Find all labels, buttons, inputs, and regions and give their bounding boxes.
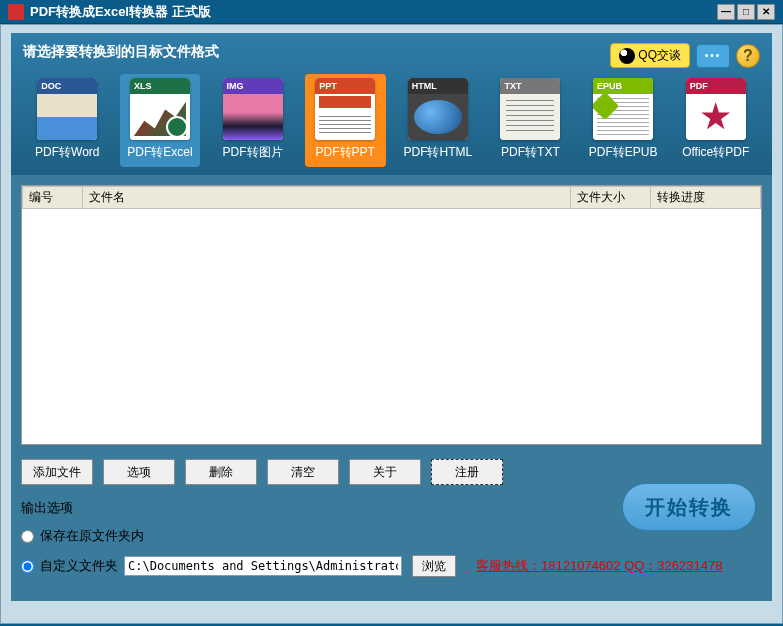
format-pdf-to-image[interactable]: IMG PDF转图片 xyxy=(212,74,293,167)
format-pdf-to-txt[interactable]: TXT PDF转TXT xyxy=(490,74,571,167)
output-path-input[interactable] xyxy=(124,556,402,576)
qq-label: QQ交谈 xyxy=(638,47,681,64)
format-pdf-to-excel[interactable]: XLS PDF转Excel xyxy=(120,74,201,167)
format-pdf-to-epub[interactable]: EPUB PDF转EPUB xyxy=(583,74,664,167)
custom-folder-radio[interactable] xyxy=(21,560,34,573)
format-header: 请选择要转换到的目标文件格式 QQ交谈 ••• ? DOC PDF转Word X… xyxy=(11,33,772,175)
file-table[interactable]: 编号 文件名 文件大小 转换进度 xyxy=(21,185,762,445)
close-button[interactable]: ✕ xyxy=(757,4,775,20)
titlebar: PDF转换成Excel转换器 正式版 — □ ✕ xyxy=(0,0,783,24)
help-button[interactable]: ? xyxy=(736,44,760,68)
delete-button[interactable]: 删除 xyxy=(185,459,257,485)
save-original-radio[interactable] xyxy=(21,530,34,543)
hotline-text[interactable]: 客服热线：18121074602 QQ：326231478 xyxy=(476,557,722,575)
chat-button[interactable]: ••• xyxy=(696,44,730,68)
browse-button[interactable]: 浏览 xyxy=(412,555,456,577)
minimize-button[interactable]: — xyxy=(717,4,735,20)
col-filename[interactable]: 文件名 xyxy=(83,187,571,209)
options-button[interactable]: 选项 xyxy=(103,459,175,485)
col-progress[interactable]: 转换进度 xyxy=(651,187,761,209)
format-office-to-pdf[interactable]: PDF Office转PDF xyxy=(675,74,756,167)
format-pdf-to-word[interactable]: DOC PDF转Word xyxy=(27,74,108,167)
col-number[interactable]: 编号 xyxy=(23,187,83,209)
qq-icon xyxy=(619,48,635,64)
maximize-button[interactable]: □ xyxy=(737,4,755,20)
format-list: DOC PDF转Word XLS PDF转Excel IMG PDF转图片 PP… xyxy=(23,74,760,167)
clear-button[interactable]: 清空 xyxy=(267,459,339,485)
format-pdf-to-html[interactable]: HTML PDF转HTML xyxy=(398,74,479,167)
about-button[interactable]: 关于 xyxy=(349,459,421,485)
format-pdf-to-ppt[interactable]: PPT PDF转PPT xyxy=(305,74,386,167)
add-file-button[interactable]: 添加文件 xyxy=(21,459,93,485)
qq-chat-button[interactable]: QQ交谈 xyxy=(610,43,690,68)
app-icon xyxy=(8,4,24,20)
register-button[interactable]: 注册 xyxy=(431,459,503,485)
prompt-text: 请选择要转换到的目标文件格式 xyxy=(23,43,219,61)
window-title: PDF转换成Excel转换器 正式版 xyxy=(30,3,211,21)
col-filesize[interactable]: 文件大小 xyxy=(571,187,651,209)
start-convert-button[interactable]: 开始转换 xyxy=(622,483,756,531)
custom-folder-option[interactable]: 自定义文件夹 xyxy=(21,557,118,575)
